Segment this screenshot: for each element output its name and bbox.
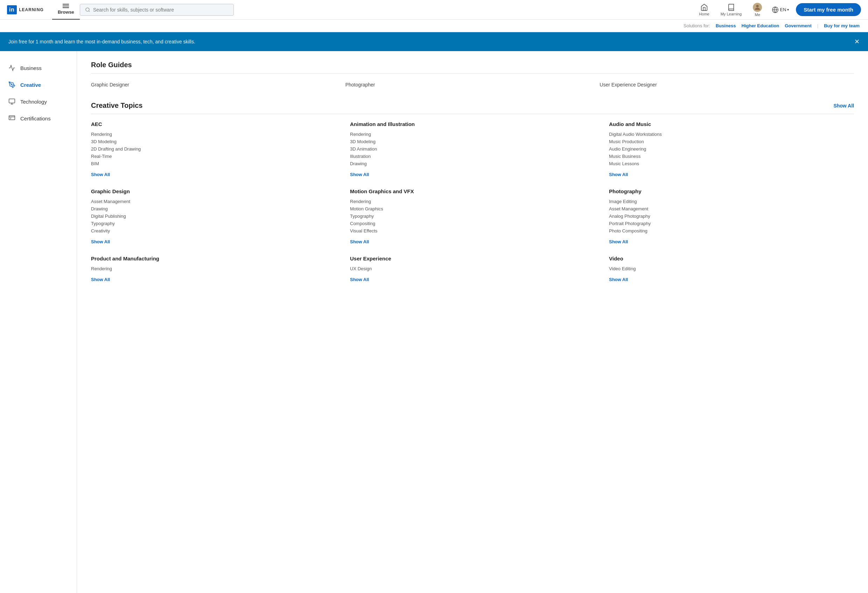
topics-show-all-link[interactable]: Show All	[833, 103, 854, 108]
svg-point-2	[756, 4, 759, 7]
topic-item[interactable]: Portrait Photography	[609, 220, 854, 227]
role-guides-title: Role Guides	[91, 61, 132, 69]
topic-item[interactable]: Music Lessons	[609, 160, 854, 167]
topic-item[interactable]: Typography	[91, 220, 336, 227]
topic-group-items: Image EditingAsset ManagementAnalog Phot…	[609, 198, 854, 235]
topic-item[interactable]: Rendering	[91, 130, 336, 138]
nav-icons: Home My Learning Me EN ▾	[695, 1, 792, 19]
topic-item[interactable]: Analog Photography	[609, 213, 854, 220]
topic-item[interactable]: Asset Management	[609, 205, 854, 213]
language-selector[interactable]: EN ▾	[769, 4, 792, 15]
topic-item[interactable]: Motion Graphics	[350, 205, 595, 213]
search-input[interactable]	[93, 7, 229, 13]
topic-item[interactable]: Drawing	[91, 205, 336, 213]
topic-show-all-link[interactable]: Show All	[350, 172, 369, 177]
topic-group-video: VideoVideo EditingShow All	[609, 256, 854, 282]
topic-item[interactable]: Rendering	[91, 265, 336, 272]
topic-show-all-link[interactable]: Show All	[609, 239, 628, 244]
topic-item[interactable]: Digital Audio Workstations	[609, 130, 854, 138]
topic-group-graphic-design: Graphic DesignAsset ManagementDrawingDig…	[91, 188, 336, 244]
home-nav-item[interactable]: Home	[695, 1, 713, 18]
banner-close-button[interactable]: ✕	[854, 38, 860, 46]
browse-label: Browse	[58, 9, 74, 15]
role-guide-photographer[interactable]: Photographer	[345, 80, 600, 89]
topic-show-all-link[interactable]: Show All	[91, 277, 110, 282]
lang-label: EN	[780, 7, 786, 12]
start-free-month-button[interactable]: Start my free month	[796, 3, 861, 16]
topics-title: Creative Topics	[91, 102, 142, 109]
topic-group-items: Rendering3D Modeling3D AnimationIllustra…	[350, 130, 595, 167]
topic-item[interactable]: Music Production	[609, 138, 854, 145]
topic-item[interactable]: 3D Animation	[350, 145, 595, 152]
role-guides-divider	[91, 73, 854, 74]
solutions-government-link[interactable]: Government	[785, 23, 812, 28]
topic-show-all-link[interactable]: Show All	[609, 172, 628, 177]
topic-item[interactable]: 3D Modeling	[350, 138, 595, 145]
top-navigation: in LEARNING Browse Home My Learning	[0, 0, 868, 19]
linkedin-logo[interactable]: in	[7, 5, 17, 14]
topic-group-items: UX Design	[350, 265, 595, 272]
topic-item[interactable]: Digital Publishing	[91, 213, 336, 220]
logo-area[interactable]: in LEARNING	[7, 5, 44, 14]
sidebar-item-technology[interactable]: Technology	[0, 93, 77, 110]
solutions-business-link[interactable]: Business	[716, 23, 736, 28]
topic-show-all-link[interactable]: Show All	[350, 277, 369, 282]
topic-group-title: AEC	[91, 121, 336, 127]
sidebar-technology-label: Technology	[20, 99, 47, 105]
topic-group-title: Animation and Illustration	[350, 121, 595, 127]
topic-item[interactable]: Compositing	[350, 220, 595, 227]
topic-group-title: Motion Graphics and VFX	[350, 188, 595, 194]
topic-item[interactable]: Video Editing	[609, 265, 854, 272]
topic-group-title: Audio and Music	[609, 121, 854, 127]
search-icon	[85, 7, 90, 13]
topic-item[interactable]: Typography	[350, 213, 595, 220]
topic-item[interactable]: Photo Compositing	[609, 227, 854, 235]
topic-item[interactable]: 3D Modeling	[91, 138, 336, 145]
search-bar[interactable]	[80, 4, 234, 16]
topic-item[interactable]: 2D Drafting and Drawing	[91, 145, 336, 152]
topic-show-all-link[interactable]: Show All	[91, 239, 110, 244]
browse-button[interactable]: Browse	[52, 0, 80, 19]
topic-show-all-link[interactable]: Show All	[350, 239, 369, 244]
role-guides-list: Graphic Designer Photographer User Exper…	[91, 80, 854, 89]
role-guide-graphic-designer[interactable]: Graphic Designer	[91, 80, 345, 89]
topic-item[interactable]: Drawing	[350, 160, 595, 167]
main-layout: Business Creative Technology Certificati…	[0, 51, 868, 593]
topic-item[interactable]: Rendering	[350, 198, 595, 205]
topic-group-aec: AECRendering3D Modeling2D Drafting and D…	[91, 121, 336, 177]
topic-item[interactable]: Audio Engineering	[609, 145, 854, 152]
sidebar-item-creative[interactable]: Creative	[0, 76, 77, 93]
role-guides-section: Role Guides Graphic Designer Photographe…	[91, 61, 854, 89]
topic-show-all-link[interactable]: Show All	[609, 277, 628, 282]
topic-item[interactable]: Real-Time	[91, 152, 336, 160]
topic-show-all-link[interactable]: Show All	[91, 172, 110, 177]
topic-group-photography: PhotographyImage EditingAsset Management…	[609, 188, 854, 244]
sidebar-item-business[interactable]: Business	[0, 59, 77, 76]
hamburger-icon	[63, 4, 69, 8]
solutions-higher-ed-link[interactable]: Higher Education	[742, 23, 779, 28]
logo-learning-text: LEARNING	[19, 7, 44, 12]
topics-grid: AECRendering3D Modeling2D Drafting and D…	[91, 121, 854, 282]
svg-rect-6	[9, 99, 15, 103]
topic-group-user-experience: User ExperienceUX DesignShow All	[350, 256, 595, 282]
sidebar-item-certifications[interactable]: Certifications	[0, 110, 77, 127]
role-guide-ux-designer[interactable]: User Experience Designer	[599, 80, 854, 89]
topic-item[interactable]: Visual Effects	[350, 227, 595, 235]
banner-text: Join free for 1 month and learn the most…	[8, 39, 195, 44]
topic-item[interactable]: UX Design	[350, 265, 595, 272]
me-nav-item[interactable]: Me	[748, 1, 766, 19]
topic-item[interactable]: Illustration	[350, 152, 595, 160]
topic-item[interactable]: Creativity	[91, 227, 336, 235]
lang-caret: ▾	[787, 8, 789, 12]
business-icon	[8, 64, 15, 71]
topic-group-items: Rendering	[91, 265, 336, 272]
topic-item[interactable]: Music Business	[609, 152, 854, 160]
topics-header: Creative Topics Show All	[91, 102, 854, 109]
topic-item[interactable]: Rendering	[350, 130, 595, 138]
topic-item[interactable]: BIM	[91, 160, 336, 167]
my-learning-nav-item[interactable]: My Learning	[716, 1, 746, 18]
topic-item[interactable]: Asset Management	[91, 198, 336, 205]
topic-item[interactable]: Image Editing	[609, 198, 854, 205]
buy-for-team-link[interactable]: Buy for my team	[824, 23, 860, 28]
sidebar: Business Creative Technology Certificati…	[0, 51, 77, 593]
